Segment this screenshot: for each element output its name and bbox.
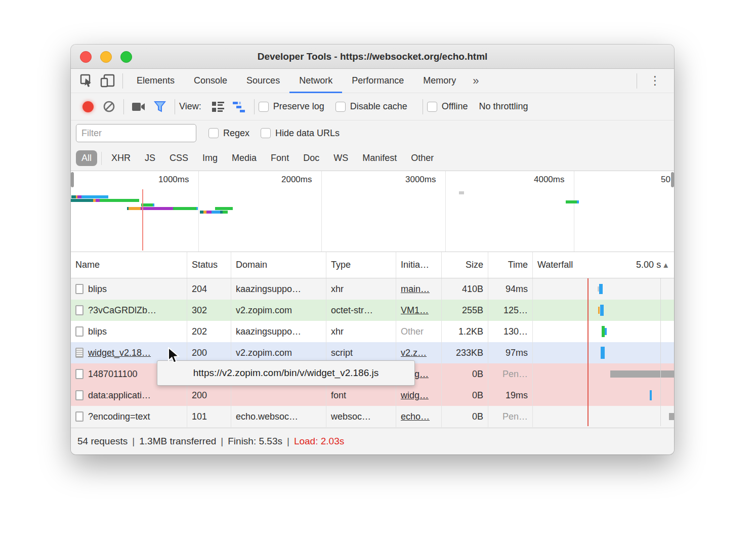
offline-checkbox[interactable]: Offline <box>427 101 468 112</box>
type-filter-font[interactable]: Font <box>265 150 295 166</box>
file-icon <box>75 305 83 315</box>
tab-sources[interactable]: Sources <box>237 69 289 93</box>
tab-memory[interactable]: Memory <box>413 69 466 93</box>
type-filter-all[interactable]: All <box>76 150 97 166</box>
gridline <box>574 171 574 252</box>
status-bar: 54 requests | 1.3MB transferred | Finish… <box>71 428 674 455</box>
minimize-window-button[interactable] <box>100 51 112 63</box>
type-filter-other[interactable]: Other <box>405 150 439 166</box>
table-row[interactable]: blips 204 kaazingsuppo… xhr main… 410B 9… <box>71 278 674 300</box>
tick-3000ms: 3000ms <box>405 175 436 185</box>
gridline <box>198 171 199 252</box>
device-toolbar-icon[interactable] <box>97 71 118 91</box>
timeline-bar <box>153 203 154 206</box>
devtools-menu-icon[interactable]: ⋮ <box>641 74 669 88</box>
table-row[interactable]: ?3vCaGRDlZb… 302 v2.zopim.com octet-str…… <box>71 300 674 321</box>
file-icon <box>75 369 83 379</box>
network-toolbar: View: Preserve log Disable cache Offline… <box>71 93 674 120</box>
timeline-overview[interactable]: 1000ms 2000ms 3000ms 4000ms 50 <box>71 171 674 252</box>
preserve-log-checkbox[interactable]: Preserve log <box>259 101 324 112</box>
type-filter-js[interactable]: JS <box>139 150 161 166</box>
initiator-link[interactable]: widg… <box>401 390 429 401</box>
request-name-link[interactable]: widget_v2.18… <box>88 348 151 358</box>
tab-performance[interactable]: Performance <box>342 69 413 93</box>
disable-cache-checkbox[interactable]: Disable cache <box>335 101 407 112</box>
waterfall-5s-gridline <box>660 278 661 426</box>
waterfall-bar <box>610 370 674 378</box>
tick-2000ms: 2000ms <box>281 175 312 185</box>
file-icon <box>75 284 83 294</box>
requests-table-body: blips 204 kaazingsuppo… xhr main… 410B 9… <box>71 278 674 427</box>
window-title: Developer Tools - https://websocket.org/… <box>258 51 488 62</box>
tab-network[interactable]: Network <box>289 69 342 93</box>
checkbox-icon <box>335 102 346 112</box>
timeline-right-handle[interactable] <box>671 172 674 187</box>
column-header-time[interactable]: Time <box>488 252 533 278</box>
column-header-initiator[interactable]: Initia… <box>396 252 442 278</box>
screenshot-camera-icon[interactable] <box>128 97 149 117</box>
hide-data-urls-checkbox[interactable]: Hide data URLs <box>261 128 340 139</box>
checkbox-icon <box>427 102 437 112</box>
divider <box>423 99 423 114</box>
filter-funnel-icon[interactable] <box>149 97 171 117</box>
waterfall-bar <box>650 390 652 400</box>
large-rows-view-icon[interactable] <box>207 97 229 117</box>
initiator-link[interactable]: VM1… <box>401 305 429 316</box>
tab-elements[interactable]: Elements <box>127 69 184 93</box>
tick-1000ms: 1000ms <box>158 175 189 185</box>
timeline-bar <box>200 211 203 214</box>
type-filter-xhr[interactable]: XHR <box>106 150 136 166</box>
show-overview-icon[interactable] <box>229 97 250 117</box>
sort-asc-icon: ▲ <box>662 261 669 269</box>
type-filter-ws[interactable]: WS <box>328 150 354 166</box>
table-row[interactable]: ?encoding=text 101 echo.websoc… websoc… … <box>71 406 674 427</box>
script-file-icon <box>75 348 83 358</box>
tab-console[interactable]: Console <box>184 69 237 93</box>
close-window-button[interactable] <box>80 51 92 63</box>
waterfall-bar <box>669 413 674 420</box>
file-icon <box>75 411 83 422</box>
table-row[interactable]: blips 202 kaazingsuppo… xhr Other 1.2KB … <box>71 321 674 342</box>
column-header-size[interactable]: Size <box>442 252 488 278</box>
divider <box>123 99 124 114</box>
devtools-window: Developer Tools - https://websocket.org/… <box>71 45 674 455</box>
table-row-failed[interactable]: data:applicati… 200 font widg… 0B 19ms <box>71 385 674 406</box>
zoom-window-button[interactable] <box>120 51 132 63</box>
initiator-link[interactable]: echo… <box>401 411 430 422</box>
waterfall-bar <box>598 307 600 314</box>
throttling-select[interactable]: No throttling <box>479 101 528 112</box>
more-tabs-chevron-icon[interactable]: » <box>466 74 486 88</box>
column-header-domain[interactable]: Domain <box>231 252 326 278</box>
requests-table-header: Name Status Domain Type Initia… Size Tim… <box>71 252 674 278</box>
clear-icon[interactable] <box>98 97 119 117</box>
finish-time: Finish: 5.53s <box>228 436 282 447</box>
filter-input[interactable] <box>76 124 196 142</box>
checkbox-icon <box>261 128 271 138</box>
timeline-bar <box>206 211 212 214</box>
type-filter-css[interactable]: CSS <box>164 150 194 166</box>
timeline-left-handle[interactable] <box>71 172 74 187</box>
requests-count: 54 requests <box>77 436 128 447</box>
timeline-bar <box>459 191 464 194</box>
timeline-bar <box>173 207 196 210</box>
type-filter-media[interactable]: Media <box>226 150 262 166</box>
inspect-element-icon[interactable] <box>76 71 97 91</box>
load-time: Load: 2.03s <box>294 436 344 447</box>
tick-5000ms: 50 <box>661 175 670 185</box>
type-filter-img[interactable]: Img <box>197 150 223 166</box>
column-header-status[interactable]: Status <box>187 252 231 278</box>
type-filter-doc[interactable]: Doc <box>298 150 325 166</box>
timeline-bar <box>141 207 173 210</box>
column-header-type[interactable]: Type <box>326 252 396 278</box>
record-button[interactable] <box>82 101 94 112</box>
timeline-bar <box>77 195 81 198</box>
column-header-waterfall[interactable]: Waterfall 5.00 s▲ <box>533 252 674 278</box>
type-filter-manifest[interactable]: Manifest <box>357 150 402 166</box>
regex-checkbox[interactable]: Regex <box>208 128 249 139</box>
url-tooltip: https://v2.zopim.com/bin/v/widget_v2.186… <box>157 360 415 386</box>
initiator-link[interactable]: v2.z… <box>401 348 427 358</box>
divider <box>254 99 255 114</box>
column-header-name[interactable]: Name <box>71 252 187 278</box>
initiator-link[interactable]: main… <box>401 284 430 295</box>
waterfall-bar <box>601 347 605 359</box>
